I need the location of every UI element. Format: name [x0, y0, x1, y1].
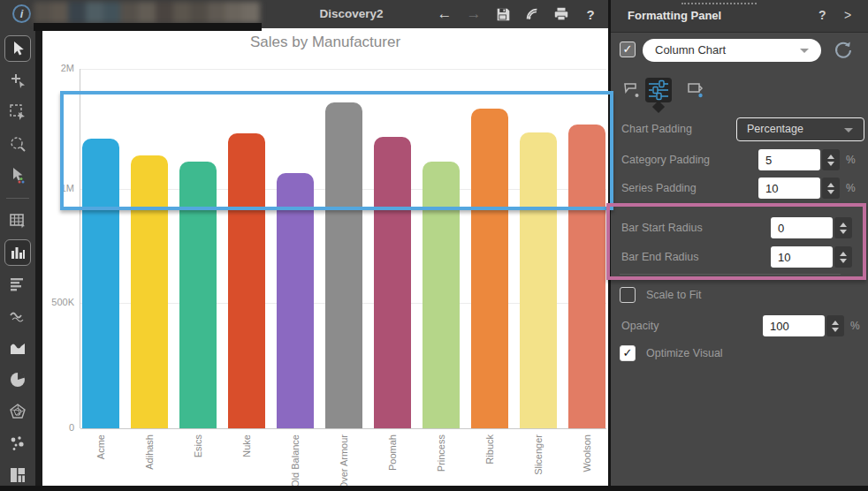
- field-label: Series Padding: [621, 182, 697, 194]
- scatter-chart-visual[interactable]: [4, 427, 32, 459]
- pie-chart-visual[interactable]: [4, 364, 32, 396]
- bar-over-armour[interactable]: [325, 102, 362, 428]
- formatting-panel-header: Formatting Panel ? >: [611, 0, 868, 33]
- plot-area: 0500K1M2MAcmeAdihashEsicsNukeOld Balance…: [80, 69, 606, 428]
- bar-end-radius-input[interactable]: [771, 246, 833, 268]
- x-axis-label: Slicenger: [533, 434, 544, 475]
- x-axis-label: Over Armour: [339, 434, 349, 489]
- chart-padding-value: Percentage: [747, 123, 803, 135]
- category-padding-stepper[interactable]: [822, 149, 840, 170]
- chevron-down-icon: [844, 128, 853, 132]
- forward-button[interactable]: →: [464, 4, 483, 24]
- info-icon[interactable]: i: [12, 4, 31, 23]
- share-feed-icon[interactable]: [522, 4, 542, 24]
- x-axis-label: Old Balance: [290, 434, 301, 487]
- toolbar-shadow-strip: [34, 23, 262, 31]
- panel-drag-handle[interactable]: [681, 3, 757, 4]
- bar-old-balance[interactable]: [277, 173, 314, 428]
- x-axis-label: Esics: [193, 434, 203, 457]
- help-button[interactable]: ?: [581, 4, 600, 24]
- x-axis-label: Nuke: [241, 434, 252, 457]
- y-axis-tick-label: 500K: [51, 297, 74, 307]
- panel-title: Formatting Panel: [628, 9, 721, 22]
- bar-princess[interactable]: [423, 162, 460, 428]
- chart-canvas[interactable]: Sales by Manufacturer 0500K1M2MAcmeAdiha…: [42, 28, 608, 486]
- back-button[interactable]: ←: [435, 4, 454, 24]
- multi-select-tool[interactable]: [4, 160, 32, 192]
- series-padding-stepper[interactable]: [822, 178, 840, 199]
- bar-nuke[interactable]: [228, 133, 265, 428]
- sidebar-divider: [6, 198, 29, 199]
- column-chart-visual[interactable]: [4, 239, 31, 266]
- radar-chart-visual[interactable]: [4, 396, 32, 427]
- chart-type-dropdown[interactable]: Column Chart: [643, 39, 821, 62]
- fill-format-tab[interactable]: [618, 78, 644, 102]
- field-label: Optimize Visual: [646, 347, 723, 359]
- grid-visual[interactable]: [4, 205, 32, 237]
- bottom-edge-strip: [0, 486, 868, 491]
- panel-collapse-button[interactable]: >: [844, 8, 851, 22]
- print-icon[interactable]: [552, 4, 571, 24]
- y-axis-tick-label: 1M: [61, 183, 74, 193]
- gridline: [80, 69, 606, 70]
- pointer-tool[interactable]: [4, 35, 31, 62]
- field-label: Chart Padding: [621, 123, 692, 135]
- add-pointer-tool[interactable]: [4, 64, 32, 96]
- optimize-visual-checkbox[interactable]: [620, 345, 636, 361]
- unit-label: %: [846, 182, 856, 194]
- bar-adihash[interactable]: [131, 155, 168, 428]
- field-label: Category Padding: [621, 154, 710, 166]
- sidebar-gutter: [35, 28, 42, 491]
- x-axis-label: Adihash: [144, 434, 155, 470]
- series-padding-input[interactable]: [758, 178, 820, 199]
- conditional-format-tab[interactable]: [681, 78, 708, 102]
- x-axis-label: Poomah: [387, 434, 398, 471]
- opacity-stepper[interactable]: [826, 315, 844, 336]
- marquee-select-tool[interactable]: [4, 96, 32, 128]
- reset-icon[interactable]: [834, 41, 853, 60]
- chart-type-visibility-checkbox[interactable]: [620, 42, 636, 57]
- y-axis-tick-label: 0: [69, 422, 74, 433]
- field-label: Opacity: [621, 320, 659, 332]
- bar-slicenger[interactable]: [520, 132, 557, 428]
- chart-type-value: Column Chart: [655, 43, 726, 57]
- chart-padding-dropdown[interactable]: Percentage: [736, 117, 864, 141]
- active-tab-pointer: [652, 101, 665, 113]
- opacity-input[interactable]: [763, 315, 825, 336]
- save-icon[interactable]: [493, 4, 513, 24]
- unit-label: %: [846, 154, 856, 166]
- bar-end-radius-stepper[interactable]: [834, 246, 852, 268]
- tool-sidebar: [0, 28, 35, 491]
- panel-help-button[interactable]: ?: [819, 8, 826, 22]
- document-title: Discovery2: [265, 7, 438, 20]
- value-format-tab[interactable]: [645, 78, 672, 102]
- bar-start-radius-stepper[interactable]: [834, 217, 852, 238]
- category-padding-input[interactable]: [758, 149, 820, 170]
- field-label: Bar Start Radius: [621, 222, 703, 234]
- field-label: Bar End Radius: [621, 251, 699, 263]
- scale-to-fit-checkbox[interactable]: [620, 287, 636, 303]
- gridline: [80, 428, 606, 429]
- redacted-toolbar-buttons: [34, 2, 260, 23]
- x-axis-label: Ribuck: [484, 434, 495, 465]
- area-chart-visual[interactable]: [4, 332, 32, 364]
- panel-section-divider: [620, 274, 841, 275]
- bar-start-radius-input[interactable]: [771, 217, 833, 238]
- bar-ribuck[interactable]: [471, 109, 508, 428]
- y-axis-tick-label: 2M: [61, 63, 74, 73]
- x-axis-label: Princess: [436, 434, 446, 472]
- line-chart-visual[interactable]: [4, 300, 32, 332]
- bar-esics[interactable]: [179, 162, 217, 428]
- bar-poomah[interactable]: [374, 137, 411, 428]
- zoom-select-tool[interactable]: [4, 128, 32, 160]
- chart-title: Sales by Manufacturer: [42, 34, 608, 51]
- panel-divider-vertical: [608, 0, 611, 491]
- bar-chart-visual[interactable]: [4, 268, 32, 300]
- bar-woolson[interactable]: [568, 125, 605, 428]
- chevron-down-icon: [800, 49, 809, 53]
- formatting-panel: Formatting Panel ? > Column Chart: [611, 0, 868, 486]
- x-axis-label: Woolson: [582, 434, 592, 472]
- top-toolbar: i Discovery2 ← → ? ×: [0, 0, 610, 28]
- field-label: Scale to Fit: [646, 289, 702, 301]
- bar-acme[interactable]: [82, 139, 119, 428]
